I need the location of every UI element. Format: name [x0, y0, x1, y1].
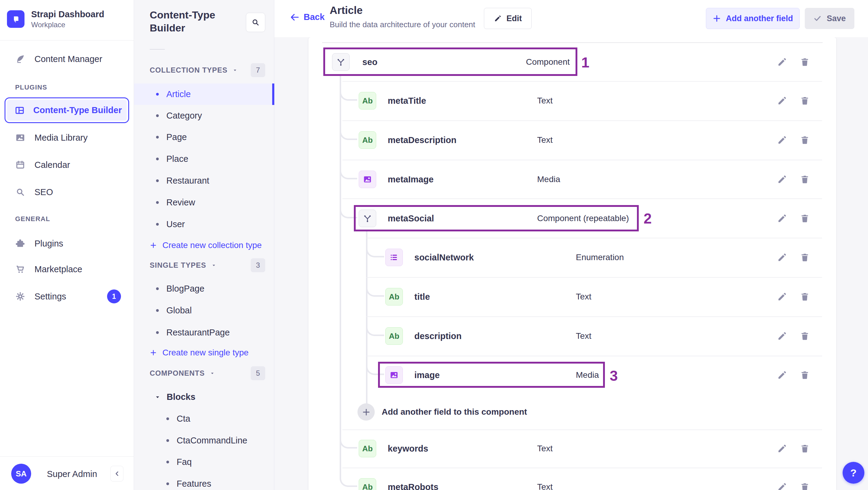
delete-field-button[interactable] — [800, 370, 810, 380]
field-type: Component — [526, 57, 570, 67]
delete-field-button[interactable] — [800, 482, 810, 490]
add-component-field-button[interactable]: Add another field to this component — [309, 392, 836, 432]
sidebar-item-media-library[interactable]: Media Library — [0, 124, 134, 151]
media-field-icon — [359, 171, 376, 188]
avatar[interactable]: SA — [11, 464, 31, 484]
edit-field-button[interactable] — [777, 292, 787, 302]
grid-icon — [14, 105, 25, 116]
sidebar-item-settings[interactable]: Settings 1 — [0, 283, 134, 310]
sidebar-item-restaurant[interactable]: Restaurant — [134, 170, 274, 191]
field-row-metadescription: Ab metaDescription Text — [309, 120, 836, 160]
sidebar-item-content-type-builder[interactable]: Content-Type Builder — [4, 97, 129, 123]
edit-field-button[interactable] — [777, 213, 787, 223]
delete-field-button[interactable] — [800, 96, 810, 106]
pen-icon — [15, 54, 25, 64]
edit-button[interactable]: Edit — [484, 8, 532, 29]
fields-list-card: seo Component Ab metaTitle Text Ab metaD… — [309, 37, 836, 490]
delete-field-button[interactable] — [800, 57, 810, 67]
edit-field-button[interactable] — [777, 370, 787, 380]
sidebar-item-review[interactable]: Review — [134, 192, 274, 213]
collapse-sidebar-button[interactable] — [111, 466, 123, 482]
edit-field-button[interactable] — [777, 331, 787, 341]
bullet-icon — [166, 439, 169, 442]
edit-field-button[interactable] — [777, 252, 787, 263]
chevron-left-icon — [113, 470, 121, 478]
app-title: Strapi Dashboard — [31, 9, 104, 19]
delete-field-button[interactable] — [800, 135, 810, 145]
sidebar-item-user[interactable]: User — [134, 214, 274, 235]
field-name: metaTitle — [388, 96, 426, 106]
sidebar-item-ctacommandline[interactable]: CtaCommandLine — [134, 430, 274, 451]
bullet-icon — [156, 114, 159, 117]
bullet-icon — [156, 136, 159, 139]
sidebar-item-category[interactable]: Category — [134, 105, 274, 126]
sidebar-item-blogpage[interactable]: BlogPage — [134, 278, 274, 300]
sidebar-item-global[interactable]: Global — [134, 300, 274, 321]
help-button[interactable]: ? — [843, 462, 864, 484]
sidebar-item-article[interactable]: Article — [134, 84, 274, 105]
sidebar-item-features[interactable]: Features — [134, 473, 274, 490]
plus-circle-icon[interactable] — [358, 403, 375, 421]
delete-field-button[interactable] — [800, 252, 810, 263]
field-name: socialNetwork — [414, 252, 474, 263]
save-button[interactable]: Save — [805, 8, 855, 29]
collection-types-header[interactable]: COLLECTION TYPES — [150, 63, 238, 78]
cart-icon — [15, 264, 25, 274]
back-link[interactable]: Back — [290, 12, 324, 22]
delete-field-button[interactable] — [800, 292, 810, 302]
divider — [150, 49, 165, 50]
edit-field-button[interactable] — [777, 482, 787, 490]
text-field-icon: Ab — [385, 288, 403, 306]
sidebar-item-marketplace[interactable]: Marketplace — [0, 255, 134, 283]
sidebar-item-cta[interactable]: Cta — [134, 408, 274, 429]
strapi-logo-icon — [7, 10, 25, 28]
sidebar-item-seo[interactable]: SEO — [0, 179, 134, 206]
sidebar-item-place[interactable]: Place — [134, 148, 274, 170]
delete-field-button[interactable] — [800, 443, 810, 454]
edit-field-button[interactable] — [777, 57, 787, 67]
bullet-icon — [166, 418, 169, 420]
field-type: Media — [576, 370, 599, 380]
content-type-builder-sidebar: Content-Type Builder COLLECTION TYPES 7 … — [134, 0, 274, 490]
sidebar-item-calendar[interactable]: Calendar — [0, 151, 134, 179]
create-collection-type-link[interactable]: Create new collection type — [150, 235, 261, 256]
edit-field-button[interactable] — [777, 96, 787, 106]
search-button[interactable] — [246, 13, 265, 32]
edit-field-button[interactable] — [777, 443, 787, 454]
sidebar-item-label: Content Manager — [34, 54, 102, 64]
edit-field-button[interactable] — [777, 135, 787, 145]
component-group-blocks[interactable]: Blocks — [134, 386, 274, 408]
add-another-field-button[interactable]: Add another field — [706, 8, 800, 29]
delete-field-button[interactable] — [800, 331, 810, 341]
field-name: image — [414, 370, 440, 380]
create-single-type-link[interactable]: Create new single type — [150, 342, 249, 363]
chevron-down-icon — [232, 67, 238, 73]
delete-field-button[interactable] — [800, 213, 810, 223]
field-row-metatitle: Ab metaTitle Text — [309, 81, 836, 120]
sidebar-item-faq[interactable]: Faq — [134, 451, 274, 473]
field-row-image: image Media — [309, 356, 836, 395]
sidebar-item-page[interactable]: Page — [134, 126, 274, 148]
bullet-icon — [156, 309, 159, 312]
field-type: Component (repeatable) — [537, 214, 629, 223]
field-type: Text — [537, 444, 553, 453]
sidebar-item-label: Content-Type Builder — [33, 105, 122, 115]
delete-field-button[interactable] — [800, 174, 810, 184]
workspace-label: Workplace — [31, 21, 104, 29]
single-types-header[interactable]: SINGLE TYPES — [150, 258, 217, 273]
sidebar-item-plugins[interactable]: Plugins — [0, 230, 134, 257]
workspace-switcher[interactable]: Strapi Dashboard Workplace — [7, 9, 104, 29]
bullet-icon — [166, 483, 169, 485]
field-row-description: Ab description Text — [309, 316, 836, 356]
field-type: Text — [537, 96, 553, 105]
edit-field-button[interactable] — [777, 174, 787, 184]
single-types-count: 3 — [251, 258, 265, 272]
field-type: Media — [537, 175, 560, 184]
field-name: metaImage — [388, 175, 434, 184]
sidebar-title: Content-Type Builder — [150, 8, 249, 34]
sidebar-item-content-manager[interactable]: Content Manager — [0, 45, 134, 72]
field-row-socialnetwork: socialNetwork Enumeration — [309, 238, 836, 277]
components-header[interactable]: COMPONENTS — [150, 366, 215, 381]
sidebar-item-restaurantpage[interactable]: RestaurantPage — [134, 322, 274, 343]
field-type: Text — [537, 482, 553, 490]
